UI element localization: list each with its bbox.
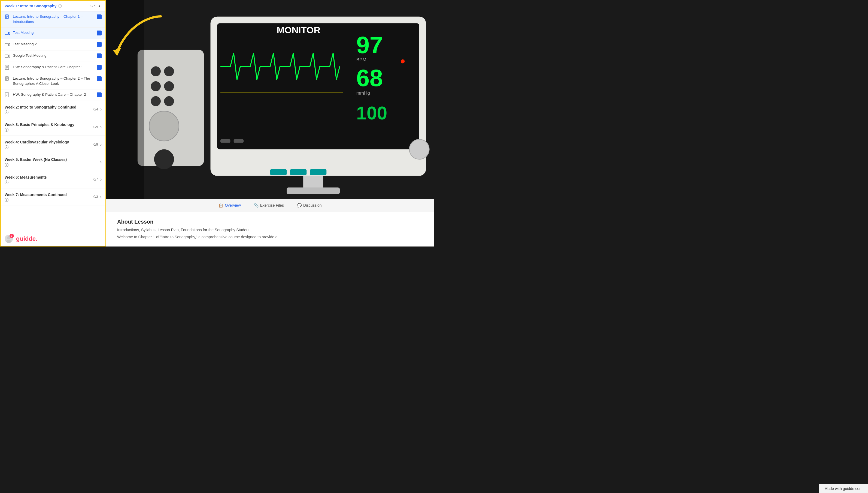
user-avatar: 3 xyxy=(5,235,13,243)
svg-text:68: 68 xyxy=(356,65,383,91)
lesson-check-test-meeting-2 xyxy=(97,42,101,47)
lesson-label-google-test-meeting: Google Test Meeting xyxy=(13,53,94,58)
tab-discussion-label: Discussion xyxy=(303,203,322,208)
notification-badge: 3 xyxy=(9,234,14,238)
week1-chevron-up-icon[interactable]: ▲ xyxy=(97,4,101,8)
lesson-check-hw1 xyxy=(97,65,101,70)
week4-title: Week 4: Cardiovascular Physiology xyxy=(5,140,69,145)
monitor-image: MONITOR 97 68 100 BPM mmHg xyxy=(106,0,434,199)
hw2-icon xyxy=(5,92,10,98)
svg-text:MONITOR: MONITOR xyxy=(277,25,320,35)
week5-header[interactable]: Week 5: Easter Week (No Classes) i › xyxy=(1,153,106,171)
overview-icon: 📋 xyxy=(219,203,223,208)
lesson-label-lecture1: Lecture: Intro to Sonography – Chapter 1… xyxy=(13,14,94,24)
week1-title: Week 1: Intro to Sonography xyxy=(5,3,56,8)
tab-overview[interactable]: 📋 Overview xyxy=(212,200,247,211)
lesson-label-hw2: HW: Sonography & Patient Care – Chapter … xyxy=(13,92,94,97)
week7-title: Week 7: Measurements Continued xyxy=(5,192,67,197)
week5-info-icon[interactable]: i xyxy=(5,163,8,167)
svg-marker-7 xyxy=(8,43,10,46)
week6-title: Week 6: Measurements xyxy=(5,175,47,180)
svg-point-44 xyxy=(401,60,405,64)
lesson-item-hw1[interactable]: HW: Sonography & Patient Care Chapter 1 xyxy=(1,62,106,73)
svg-text:97: 97 xyxy=(356,31,383,58)
tab-bar: 📋 Overview 📎 Exercise Files 💬 Discussion xyxy=(106,199,434,212)
week3-header[interactable]: Week 3: Basic Principles & Knobology i 0… xyxy=(1,119,106,136)
svg-rect-49 xyxy=(290,169,307,175)
week5-chevron-icon: › xyxy=(100,159,101,165)
svg-text:BPM: BPM xyxy=(356,57,366,62)
lesson-item-test-meeting-2[interactable]: Test Meeting 2 xyxy=(1,39,106,50)
lesson-item-hw2[interactable]: HW: Sonography & Patient Care – Chapter … xyxy=(1,89,106,101)
tab-exercise-files[interactable]: 📎 Exercise Files xyxy=(247,200,291,211)
video-section: MONITOR 97 68 100 BPM mmHg xyxy=(106,0,434,199)
svg-rect-53 xyxy=(106,0,144,199)
svg-rect-4 xyxy=(5,32,8,35)
lesson-label-hw1: HW: Sonography & Patient Care Chapter 1 xyxy=(13,65,94,70)
lesson-check-test-meeting xyxy=(97,30,101,36)
week4-chevron-icon: › xyxy=(100,142,101,147)
svg-marker-9 xyxy=(8,55,10,58)
lesson-item-google-test-meeting[interactable]: Google Test Meeting xyxy=(1,50,106,62)
week2-header[interactable]: Week 2: Intro to Sonography Continued i … xyxy=(1,101,106,119)
svg-point-47 xyxy=(410,140,429,159)
week2-info-icon[interactable]: i xyxy=(5,110,8,114)
guidde-logo-text: guidde. xyxy=(16,235,37,242)
svg-rect-31 xyxy=(151,81,161,91)
svg-rect-34 xyxy=(164,96,174,106)
document-icon xyxy=(5,15,10,20)
lesson-content: About Lesson Introductions, Syllabus, Le… xyxy=(106,212,434,246)
week2-title: Week 2: Intro to Sonography Continued xyxy=(5,105,76,110)
doc2-icon xyxy=(5,76,10,82)
week6-chevron-icon: › xyxy=(100,177,101,182)
svg-point-27 xyxy=(149,111,179,141)
svg-rect-33 xyxy=(151,96,161,106)
week4-info-icon[interactable]: i xyxy=(5,145,8,149)
week4-header[interactable]: Week 4: Cardiovascular Physiology i 0/9 … xyxy=(1,136,106,153)
week1-progress: 0/7 xyxy=(90,4,95,8)
svg-rect-8 xyxy=(5,55,8,58)
svg-marker-5 xyxy=(8,32,10,35)
week2-progress: 0/4 xyxy=(93,107,98,111)
week7-chevron-icon: › xyxy=(100,194,101,199)
week7-header[interactable]: Week 7: Measurements Continued i 0/3 › xyxy=(1,188,106,206)
week4-progress: 0/9 xyxy=(93,143,98,146)
week3-title: Week 3: Basic Principles & Knobology xyxy=(5,122,74,127)
svg-rect-36 xyxy=(217,23,419,149)
week1-info-icon[interactable]: i xyxy=(58,4,62,8)
svg-rect-51 xyxy=(221,140,230,143)
lesson-label-lecture2: Lecture: Intro to Sonography – Chapter 2… xyxy=(13,76,94,86)
lesson-check-google-test-meeting xyxy=(97,53,101,58)
week6-info-icon[interactable]: i xyxy=(5,180,8,184)
svg-rect-30 xyxy=(164,66,174,76)
about-lesson-subtitle: Introductions, Syllabus, Lesson Plan, Fo… xyxy=(117,228,423,232)
camera3-icon xyxy=(5,53,10,59)
lesson-item-test-meeting[interactable]: Test Meeting xyxy=(1,27,106,39)
svg-point-28 xyxy=(154,149,174,169)
tab-overview-label: Overview xyxy=(225,203,241,208)
exercise-files-icon: 📎 xyxy=(254,203,258,208)
week6-header[interactable]: Week 6: Measurements i 0/7 › xyxy=(1,171,106,188)
week5-title: Week 5: Easter Week (No Classes) xyxy=(5,157,67,162)
week6-progress: 0/7 xyxy=(93,177,98,181)
week3-progress: 0/9 xyxy=(93,125,98,129)
tab-discussion[interactable]: 💬 Discussion xyxy=(291,200,328,211)
main-content: MONITOR 97 68 100 BPM mmHg xyxy=(106,0,434,246)
week3-info-icon[interactable]: i xyxy=(5,128,8,132)
svg-text:100: 100 xyxy=(356,103,387,123)
lesson-check-hw2 xyxy=(97,92,101,97)
lesson-item-lecture1[interactable]: Lecture: Intro to Sonography – Chapter 1… xyxy=(1,12,106,27)
lesson-item-lecture2[interactable]: Lecture: Intro to Sonography – Chapter 2… xyxy=(1,73,106,89)
week1-header[interactable]: Week 1: Intro to Sonography i 0/7 ▲ xyxy=(1,1,106,12)
discussion-icon: 💬 xyxy=(297,203,302,208)
about-lesson-description: Welcome to Chapter 1 of "Intro to Sonogr… xyxy=(117,234,423,240)
svg-text:mmHg: mmHg xyxy=(356,90,370,96)
lesson-label-test-meeting-2: Test Meeting 2 xyxy=(13,42,94,47)
hw1-icon xyxy=(5,65,10,70)
week7-info-icon[interactable]: i xyxy=(5,198,8,202)
camera-icon xyxy=(5,30,10,36)
week2-chevron-icon: › xyxy=(100,107,101,112)
svg-point-23 xyxy=(6,240,12,243)
svg-rect-29 xyxy=(151,66,161,76)
svg-rect-52 xyxy=(234,140,244,143)
